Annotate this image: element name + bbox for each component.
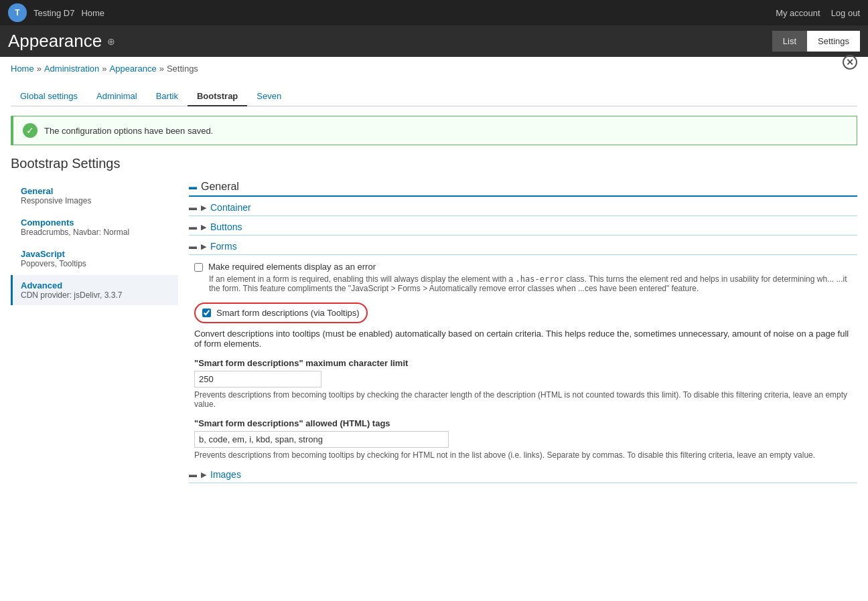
buttons-dash[interactable]: ▬ [189,222,197,232]
forms-content: Make required elements display as an err… [189,262,857,460]
main-content: ▬ General ▬ ▶ Container ▬ ▶ Buttons [189,181,857,490]
breadcrumb-appearance[interactable]: Appearance [110,64,157,74]
allowed-tags-label: "Smart form descriptions" allowed (HTML)… [194,418,857,428]
page-title: Appearance [8,31,102,52]
smart-form-highlight: Smart form descriptions (via Tooltips) [194,303,368,323]
top-bar-right: My account Log out [776,8,860,18]
content-wrap: Home » Administration » Appearance » Set… [0,57,868,497]
char-limit-label: "Smart form descriptions" maximum charac… [194,358,857,368]
images-label: Images [210,469,241,480]
breadcrumb: Home » Administration » Appearance » Set… [11,64,198,74]
top-bar: T Testing D7 Home My account Log out [0,0,868,25]
breadcrumb-home[interactable]: Home [11,64,34,74]
my-account-link[interactable]: My account [776,8,820,18]
forms-subsection-header: ▬ ▶ Forms [189,241,857,255]
make-required-option: Make required elements display as an err… [194,262,857,293]
smart-form-desc: Convert descriptions into tooltips (must… [194,329,857,349]
sidebar-item-javascript[interactable]: JavaScript Popovers, Tooltips [11,244,178,274]
allowed-tags-desc: Prevents descriptions from becoming tool… [194,450,857,460]
tab-global-settings[interactable]: Global settings [11,87,87,106]
top-bar-left: T Testing D7 Home [8,3,104,22]
make-required-label[interactable]: Make required elements display as an err… [194,262,857,272]
general-toggle[interactable]: ▬ [189,182,197,191]
smart-form-checkbox[interactable] [202,309,211,317]
images-subsection-header: ▬ ▶ Images [189,469,857,483]
success-text: The configuration options have been save… [44,126,213,136]
add-icon[interactable]: ⊕ [107,36,115,47]
tab-bartik[interactable]: Bartik [147,87,188,106]
title-bar: Appearance ⊕ List Settings [0,25,868,57]
char-limit-input[interactable] [194,371,321,388]
sidebar-item-general[interactable]: General Responsive Images [11,181,178,211]
bootstrap-settings-title: Bootstrap Settings [11,156,857,171]
tab-adminimal[interactable]: Adminimal [87,87,147,106]
settings-layout: General Responsive Images Components Bre… [11,181,857,490]
images-arrow[interactable]: ▶ [201,470,206,479]
forms-arrow[interactable]: ▶ [201,242,206,251]
tabs-row: Global settings Adminimal Bartik Bootstr… [11,87,857,106]
breadcrumb-settings: Settings [167,64,198,74]
tab-bootstrap[interactable]: Bootstrap [188,87,247,106]
sidebar-item-components[interactable]: Components Breadcrumbs, Navbar: Normal [11,212,178,242]
buttons-subsection-header: ▬ ▶ Buttons [189,222,857,236]
char-limit-desc: Prevents descriptions from becoming tool… [194,390,857,409]
char-limit-block: "Smart form descriptions" maximum charac… [194,358,857,409]
container-dash[interactable]: ▬ [189,203,197,212]
make-required-desc: If an element in a form is required, ena… [194,274,857,293]
sidebar-item-advanced[interactable]: Advanced CDN provider: jsDelivr, 3.3.7 [11,275,178,305]
success-icon: ✓ [23,123,38,138]
log-out-link[interactable]: Log out [831,8,860,18]
container-subsection-header: ▬ ▶ Container [189,202,857,216]
smart-form-container: Smart form descriptions (via Tooltips) C… [194,300,857,349]
container-arrow[interactable]: ▶ [201,203,206,212]
site-name: Testing D7 [33,8,74,18]
container-label: Container [210,202,251,213]
images-dash[interactable]: ▬ [189,470,197,479]
buttons-label: Buttons [210,222,242,232]
general-section: ▬ General ▬ ▶ Container ▬ ▶ Buttons [189,181,857,483]
allowed-tags-input[interactable] [194,431,449,448]
smart-form-label[interactable]: Smart form descriptions (via Tooltips) [202,308,360,318]
success-message: ✓ The configuration options have been sa… [11,116,857,145]
general-label: General [201,181,239,193]
make-required-checkbox[interactable] [194,263,203,272]
tab-seven[interactable]: Seven [247,87,291,106]
tab-settings[interactable]: Settings [807,31,860,52]
forms-label: Forms [210,241,237,252]
tab-list[interactable]: List [772,31,807,52]
site-logo: T [8,3,27,22]
general-section-header: ▬ General [189,181,857,197]
home-link[interactable]: Home [81,8,104,18]
forms-dash[interactable]: ▬ [189,242,197,251]
title-bar-left: Appearance ⊕ [8,31,115,52]
buttons-arrow[interactable]: ▶ [201,223,206,232]
breadcrumb-administration[interactable]: Administration [44,64,99,74]
title-tabs: List Settings [772,31,860,52]
allowed-tags-block: "Smart form descriptions" allowed (HTML)… [194,418,857,460]
close-button[interactable]: ✕ [843,55,857,70]
sidebar: General Responsive Images Components Bre… [11,181,178,490]
